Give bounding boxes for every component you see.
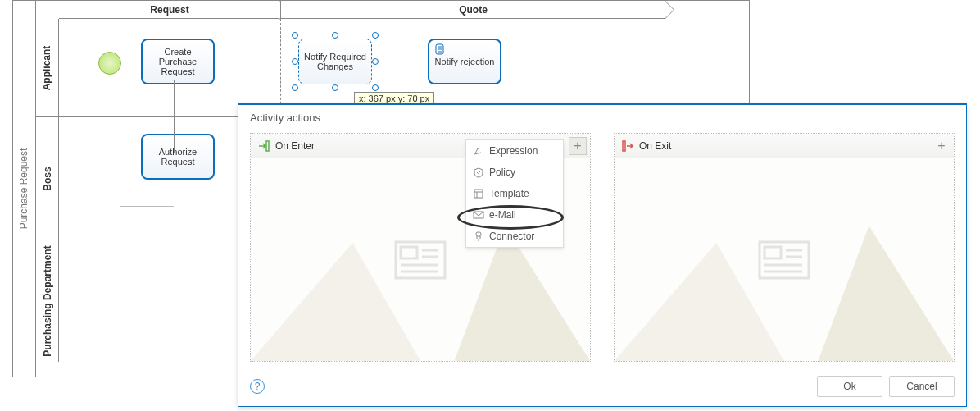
task-notify-rejection-label: Notify rejection bbox=[435, 57, 495, 66]
action-type-menu: Expression Policy Template e-Mail Connec… bbox=[465, 139, 564, 248]
email-icon bbox=[473, 209, 484, 221]
svg-rect-8 bbox=[401, 247, 417, 258]
menu-connector-label: Connector bbox=[489, 231, 534, 242]
expression-icon bbox=[473, 145, 484, 157]
task-authorize-request[interactable]: Authorize Request bbox=[141, 134, 215, 180]
dialog-body: On Enter + bbox=[250, 133, 955, 362]
on-enter-add-button[interactable]: + bbox=[569, 137, 587, 155]
ok-button[interactable]: Ok bbox=[817, 376, 882, 397]
task-authorize-label: Authorize Request bbox=[146, 147, 210, 167]
on-exit-header: On Exit + bbox=[615, 134, 954, 158]
on-exit-add-button[interactable]: + bbox=[932, 137, 951, 155]
policy-icon bbox=[473, 167, 484, 178]
flow-arrow bbox=[120, 206, 174, 207]
pool-label-text: Purchase Request bbox=[19, 148, 30, 230]
task-create-label: Create Purchase Request bbox=[146, 47, 210, 76]
task-notify-rejection[interactable]: Notify rejection bbox=[428, 39, 501, 84]
on-exit-panel: On Exit + bbox=[614, 133, 955, 362]
template-icon bbox=[473, 188, 484, 199]
menu-item-email[interactable]: e-Mail bbox=[466, 204, 563, 226]
selection-handles bbox=[295, 35, 375, 88]
menu-template-label: Template bbox=[489, 188, 529, 199]
menu-email-label: e-Mail bbox=[489, 209, 516, 221]
activity-actions-dialog: Activity actions On Enter + bbox=[238, 103, 967, 407]
svg-rect-26 bbox=[476, 232, 481, 236]
enter-icon bbox=[257, 139, 270, 153]
placeholder-icon bbox=[758, 240, 810, 280]
menu-item-template[interactable]: Template bbox=[466, 183, 563, 204]
flow-arrow bbox=[120, 173, 120, 206]
on-exit-label: On Exit bbox=[639, 140, 671, 152]
svg-rect-4 bbox=[266, 141, 269, 151]
svg-rect-13 bbox=[623, 141, 625, 151]
lane-applicant-label: Applicant bbox=[36, 19, 59, 116]
dialog-title: Activity actions bbox=[238, 105, 966, 130]
pool-label: Purchase Request bbox=[13, 1, 36, 377]
phase-divider bbox=[280, 19, 281, 116]
start-event[interactable] bbox=[98, 52, 121, 75]
script-icon bbox=[434, 43, 446, 55]
menu-item-policy[interactable]: Policy bbox=[466, 162, 563, 183]
dialog-footer: ? Ok Cancel bbox=[238, 367, 966, 406]
menu-policy-label: Policy bbox=[489, 167, 515, 178]
on-enter-label: On Enter bbox=[275, 140, 315, 152]
cancel-button[interactable]: Cancel bbox=[889, 376, 955, 397]
menu-item-expression[interactable]: Expression bbox=[466, 140, 563, 162]
menu-item-connector[interactable]: Connector bbox=[466, 226, 563, 247]
lane-boss-label: Boss bbox=[36, 117, 59, 240]
flow-arrow bbox=[174, 80, 175, 153]
placeholder-icon bbox=[394, 240, 447, 280]
help-icon[interactable]: ? bbox=[250, 379, 265, 394]
svg-rect-17 bbox=[764, 247, 781, 258]
task-create-purchase-request[interactable]: Create Purchase Request bbox=[141, 39, 215, 84]
menu-expression-label: Expression bbox=[489, 145, 538, 157]
lane-purchasing-label: Purchasing Department bbox=[36, 240, 59, 362]
svg-rect-22 bbox=[474, 190, 483, 198]
exit-icon bbox=[621, 139, 634, 153]
svg-marker-15 bbox=[818, 226, 954, 361]
connector-icon bbox=[473, 231, 484, 242]
